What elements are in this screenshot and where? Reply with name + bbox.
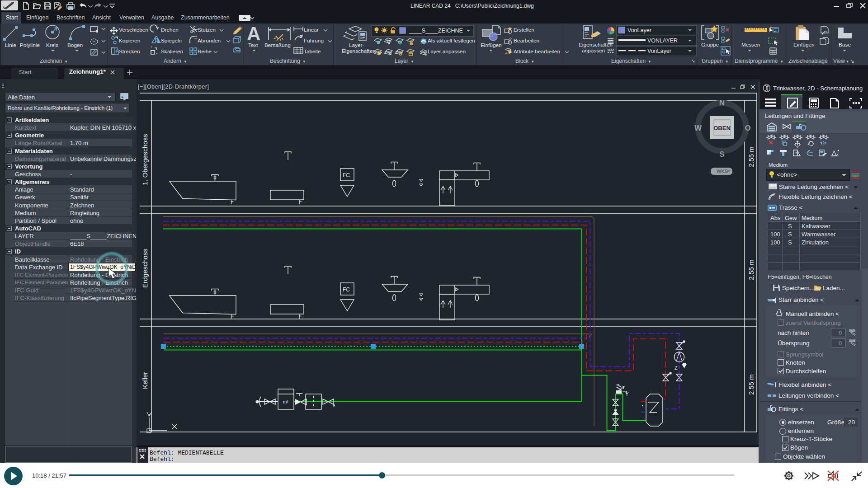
svg-text:S: S [719,150,724,159]
svg-text:Erdgeschoss: Erdgeschoss [141,249,149,288]
svg-text:N: N [719,99,725,107]
svg-text:OBEN: OBEN [713,125,731,131]
svg-text:FC: FC [343,172,350,178]
svg-text:1. Obergeschoss: 1. Obergeschoss [141,134,149,185]
svg-text:2.55 m: 2.55 m [747,374,755,395]
svg-text:Keller: Keller [141,372,149,389]
svg-text:m³: m³ [283,399,288,404]
svg-text:2.55 m: 2.55 m [747,259,755,280]
svg-text:O: O [745,124,750,132]
svg-text:Z: Z [675,365,678,371]
svg-text:FC: FC [343,286,350,293]
svg-text:W: W [694,124,702,132]
svg-text:2.55 m: 2.55 m [747,146,755,167]
svg-text:Y: Y [625,391,629,397]
svg-text:WKS: WKS [717,169,728,174]
